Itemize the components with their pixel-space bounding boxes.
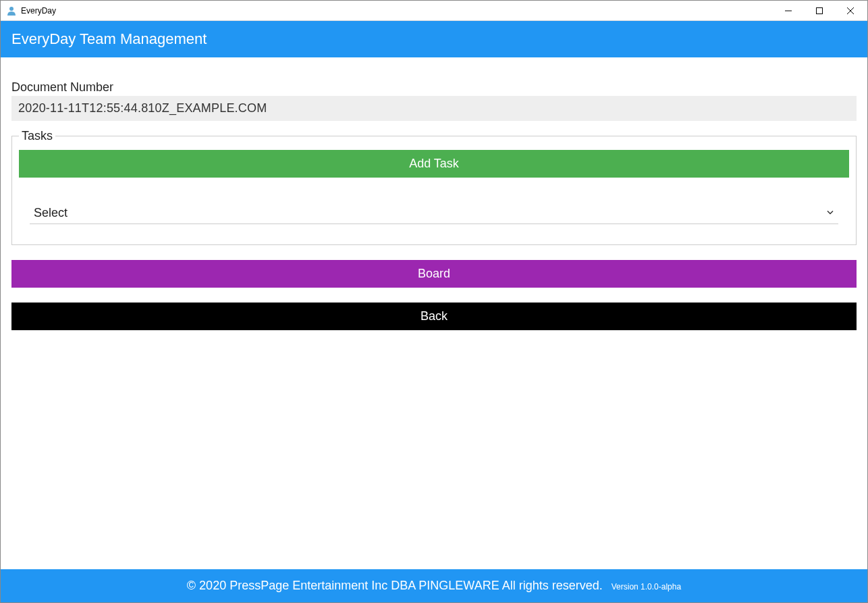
document-number-label: Document Number [11, 80, 857, 95]
maximize-button[interactable] [804, 1, 835, 21]
svg-point-0 [9, 7, 13, 11]
footer-version: Version 1.0.0-alpha [612, 582, 681, 592]
back-button[interactable]: Back [11, 303, 857, 330]
window-controls [773, 1, 866, 21]
task-select-wrapper: Select [30, 202, 838, 224]
add-task-button[interactable]: Add Task [19, 150, 849, 178]
page-header: EveryDay Team Management [1, 21, 867, 57]
task-select[interactable]: Select [30, 202, 838, 224]
app-icon [6, 5, 17, 16]
close-button[interactable] [835, 1, 866, 21]
footer: © 2020 PressPage Entertainment Inc DBA P… [1, 569, 867, 602]
svg-rect-2 [817, 7, 823, 14]
main-content: Document Number Tasks Add Task Select Bo… [1, 57, 867, 330]
tasks-fieldset: Tasks Add Task Select [11, 129, 857, 245]
titlebar: EveryDay [1, 1, 867, 21]
document-number-input[interactable] [11, 96, 857, 121]
minimize-button[interactable] [773, 1, 804, 21]
window-title: EveryDay [21, 6, 773, 16]
page-title: EveryDay Team Management [11, 30, 207, 47]
footer-copyright: © 2020 PressPage Entertainment Inc DBA P… [187, 579, 603, 592]
board-button[interactable]: Board [11, 260, 857, 288]
tasks-legend: Tasks [19, 129, 55, 143]
